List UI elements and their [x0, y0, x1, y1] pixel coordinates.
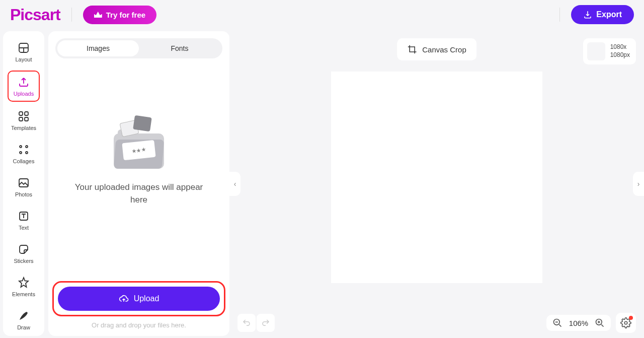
canvas-dims: 1080x 1080px [610, 43, 630, 59]
rail-collages[interactable]: Collages [8, 139, 40, 168]
export-button[interactable]: Export [571, 5, 634, 24]
zoom-value: 106% [568, 319, 590, 327]
templates-icon [17, 110, 30, 123]
stickers-icon [17, 243, 30, 256]
main: Layout Uploads Templates Collages Photos… [0, 29, 644, 338]
crop-icon [407, 44, 417, 54]
empty-text: Your uploaded images will appear here [73, 181, 204, 207]
crown-icon [94, 12, 102, 18]
svg-rect-3 [19, 117, 23, 121]
cloud-upload-icon [119, 294, 129, 304]
export-label: Export [596, 10, 622, 19]
redo-icon [261, 318, 270, 327]
photos-icon [17, 176, 30, 189]
rail-uploads[interactable]: Uploads [8, 71, 40, 102]
upload-highlight: Upload [52, 281, 225, 316]
chevron-right-icon: › [637, 180, 640, 188]
svg-point-5 [20, 146, 22, 148]
svg-point-13 [624, 321, 627, 324]
svg-rect-9 [19, 179, 28, 187]
collages-icon [17, 143, 30, 156]
rail-label: Collages [13, 158, 35, 164]
rail-text[interactable]: Text [8, 206, 40, 235]
uploads-panel: Images Fonts ★★★ Your uploaded images wi… [48, 31, 229, 336]
collapse-panel-button[interactable]: ‹ [229, 172, 240, 196]
rail-stickers[interactable]: Stickers [8, 239, 40, 268]
rail-templates[interactable]: Templates [8, 106, 40, 135]
rail-label: Uploads [14, 91, 34, 97]
canvas-thumb [587, 42, 605, 60]
svg-rect-4 [25, 117, 28, 121]
svg-point-7 [20, 152, 22, 154]
download-icon [583, 10, 592, 19]
svg-rect-2 [25, 112, 28, 115]
rail-elements[interactable]: Elements [8, 272, 40, 301]
rail-label: Text [19, 225, 29, 231]
undo-button[interactable] [237, 314, 256, 332]
logo[interactable]: Picsart [10, 6, 60, 24]
divider [559, 8, 560, 22]
canvas-size-chip[interactable]: 1080x 1080px [583, 38, 636, 64]
canvas-crop-label: Canvas Crop [422, 45, 466, 54]
rail-label: Elements [12, 291, 35, 297]
zoom-out-button[interactable] [552, 318, 562, 328]
zoom-in-button[interactable] [595, 318, 605, 328]
rail-draw[interactable]: Draw [8, 305, 40, 334]
upload-icon [17, 76, 30, 89]
svg-point-8 [26, 152, 28, 154]
rail-layout[interactable]: Layout [8, 37, 40, 66]
rail-label: Stickers [14, 258, 33, 264]
upload-label: Upload [134, 294, 159, 303]
undo-icon [242, 318, 251, 327]
rail-photos[interactable]: Photos [8, 172, 40, 201]
elements-icon [17, 276, 30, 289]
chevron-left-icon: ‹ [234, 180, 236, 188]
try-for-free-button[interactable]: Try for free [83, 6, 156, 24]
svg-point-6 [26, 146, 28, 148]
redo-button[interactable] [257, 314, 275, 332]
drag-hint: Or drag and drop your files here. [55, 321, 222, 329]
text-icon [17, 210, 30, 223]
bottom-toolbar: 106% [231, 313, 642, 333]
empty-state: ★★★ Your uploaded images will appear her… [55, 38, 222, 281]
rail-label: Templates [11, 125, 36, 131]
zoom-in-icon [595, 318, 605, 328]
zoom-control: 106% [546, 315, 611, 331]
rail-label: Draw [17, 324, 30, 330]
notification-dot [629, 316, 633, 320]
zoom-out-icon [552, 318, 562, 328]
layout-icon [17, 41, 30, 54]
upload-button[interactable]: Upload [58, 287, 220, 311]
canvas-area: Canvas Crop ‹ › 1080x 1080px 106% [231, 31, 642, 336]
canvas[interactable] [331, 72, 542, 283]
settings-button[interactable] [616, 313, 636, 333]
divider [71, 8, 72, 22]
svg-rect-1 [19, 112, 23, 115]
draw-icon [17, 309, 30, 322]
canvas-crop-button[interactable]: Canvas Crop [397, 38, 476, 60]
rail-label: Layout [15, 56, 32, 62]
app-header: Picsart Try for free Export [0, 0, 644, 29]
empty-illustration: ★★★ [104, 113, 174, 174]
try-free-label: Try for free [106, 11, 145, 19]
tool-rail: Layout Uploads Templates Collages Photos… [3, 31, 44, 336]
expand-panel-button[interactable]: › [633, 172, 644, 196]
rail-label: Photos [15, 191, 32, 197]
